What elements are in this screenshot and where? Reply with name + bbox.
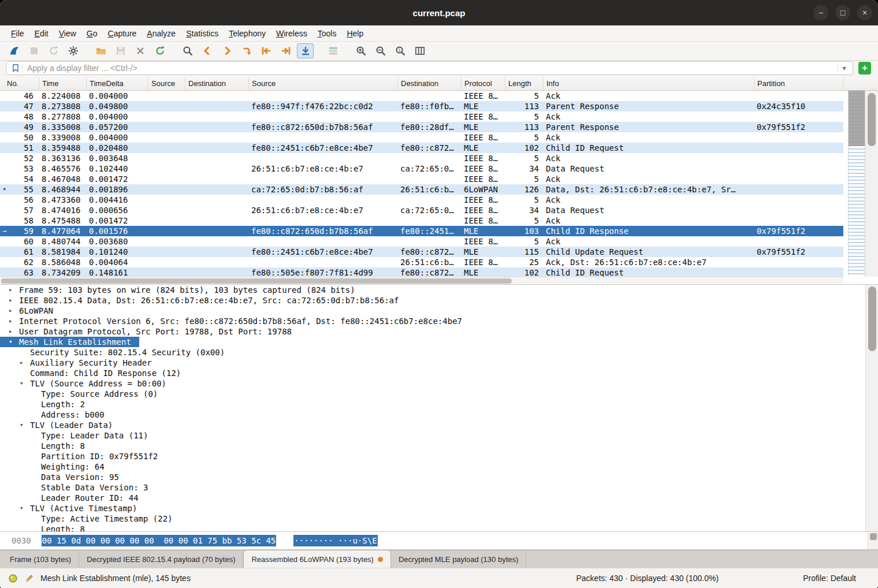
menu-item-telephony[interactable]: Telephony — [224, 27, 271, 40]
byte-tab-2[interactable]: Reassembled 6LoWPAN (193 bytes) — [243, 550, 390, 568]
column-header-partition[interactable]: Partition — [754, 77, 843, 90]
detail-line[interactable]: Partition ID: 0x79f551f2 — [0, 451, 878, 462]
packet-minimap[interactable] — [848, 91, 865, 277]
packet-row-52[interactable]: 528.3631360.003648IEEE 8…5Ack — [0, 153, 843, 163]
expand-icon[interactable]: ▸ — [20, 358, 30, 368]
packet-row-50[interactable]: 508.3390080.004000IEEE 8…5Ack — [0, 132, 843, 143]
expand-icon[interactable]: ▸ — [9, 285, 19, 295]
menu-item-help[interactable]: Help — [341, 27, 369, 40]
open-file-button[interactable] — [92, 43, 109, 58]
detail-line[interactable]: ▸Internet Protocol Version 6, Src: fe80:… — [0, 316, 878, 326]
go-last-button[interactable] — [277, 43, 294, 58]
hex-row[interactable]: 0030 00 15 0d 00 00 00 00 00 00 00 01 75… — [0, 532, 878, 549]
column-header-length[interactable]: Length — [505, 77, 544, 90]
capture-comment-icon[interactable] — [24, 572, 35, 584]
menu-item-file[interactable]: File — [6, 27, 29, 40]
detail-line[interactable]: ▸6LoWPAN — [0, 306, 878, 316]
close-icon[interactable]: × — [857, 5, 872, 20]
menu-item-view[interactable]: View — [54, 27, 81, 40]
capture-options-button[interactable] — [65, 43, 81, 58]
detail-line[interactable]: ▸Frame 59: 103 bytes on wire (824 bits),… — [0, 285, 878, 295]
menu-item-capture[interactable]: Capture — [103, 27, 142, 40]
packet-row-47[interactable]: 478.2738080.049800fe80::947f:f476:22bc:c… — [0, 101, 843, 111]
detail-line[interactable]: Weighting: 64 — [0, 462, 878, 472]
stop-capture-button[interactable] — [25, 43, 42, 58]
hex-bytes[interactable]: 00 15 0d 00 00 00 00 00 00 00 01 75 bb 5… — [42, 535, 277, 546]
detail-line[interactable]: ▸User Datagram Protocol, Src Port: 19788… — [0, 326, 878, 337]
hex-scrollbar[interactable] — [868, 532, 878, 549]
column-header-source[interactable]: Source — [249, 77, 398, 90]
zoom-out-button[interactable] — [372, 43, 389, 58]
detail-line[interactable]: Type: Leader Data (11) — [0, 430, 878, 441]
filter-dropdown-icon[interactable]: ▾ — [838, 64, 850, 72]
expand-icon[interactable]: ▸ — [9, 306, 19, 316]
column-header-timedelta[interactable]: TimeDelta — [87, 77, 148, 90]
detail-line[interactable]: Leader Router ID: 44 — [0, 493, 878, 503]
details-scrollbar-thumb[interactable] — [868, 286, 876, 351]
packet-row-54[interactable]: 548.4670480.001472IEEE 8…5Ack — [0, 174, 843, 184]
byte-tab-1[interactable]: Decrypted IEEE 802.15.4 payload (70 byte… — [79, 551, 243, 568]
detail-line[interactable]: Length: 8 — [0, 524, 878, 532]
detail-line[interactable]: Address: b000 — [0, 410, 878, 420]
hscrollbar-thumb[interactable] — [1, 278, 512, 284]
packet-list-hscrollbar[interactable] — [0, 277, 843, 284]
auto-scroll-button[interactable] — [297, 43, 314, 58]
detail-line[interactable]: ▸Auxiliary Security Header — [0, 358, 878, 368]
menu-item-analyze[interactable]: Analyze — [142, 27, 181, 40]
detail-line[interactable]: Command: Child ID Response (12) — [0, 368, 878, 378]
hex-scrollbar-thumb[interactable] — [870, 533, 877, 540]
collapse-icon[interactable]: ▾ — [9, 337, 19, 347]
packet-row-59[interactable]: 598.4770640.001576fe80::c872:650d:b7b8:5… — [0, 226, 843, 236]
detail-line[interactable]: Type: Active Timestamp (22) — [0, 513, 878, 524]
detail-line[interactable]: ▾TLV (Active Timestamp) — [0, 503, 878, 513]
zoom-100-button[interactable]: 1 — [392, 43, 408, 58]
byte-tab-3[interactable]: Decrypted MLE payload (130 bytes) — [391, 551, 526, 568]
go-back-button[interactable] — [199, 43, 215, 58]
column-header-source[interactable]: Source — [148, 77, 185, 90]
detail-line[interactable]: Security Suite: 802.15.4 Security (0x00) — [0, 347, 878, 358]
zoom-in-button[interactable] — [352, 43, 369, 58]
collapse-icon[interactable]: ▾ — [20, 503, 30, 513]
packet-row-55[interactable]: 558.4689440.001896ca:72:65:0d:b7:b8:56:a… — [0, 184, 843, 195]
packet-row-56[interactable]: 568.4733600.004416IEEE 8…5Ack — [0, 195, 843, 205]
packet-row-57[interactable]: 578.4740160.00065626:51:c6:b7:e8:ce:4b:e… — [0, 205, 843, 215]
packet-row-46[interactable]: 468.2240080.004000IEEE 8…5Ack — [0, 91, 843, 101]
collapse-icon[interactable]: ▾ — [20, 420, 30, 430]
menu-item-edit[interactable]: Edit — [29, 27, 54, 40]
packet-row-53[interactable]: 538.4655760.10244026:51:c6:b7:e8:ce:4b:e… — [0, 163, 843, 174]
column-header-destination[interactable]: Destination — [185, 77, 249, 90]
expert-info-icon[interactable] — [7, 572, 18, 584]
start-capture-button[interactable] — [6, 43, 23, 58]
save-file-button[interactable] — [112, 43, 129, 58]
find-packet-button[interactable] — [179, 43, 196, 58]
display-filter-input[interactable]: Apply a display filter ... <Ctrl-/> ▾ — [6, 61, 853, 75]
restart-capture-button[interactable] — [45, 43, 62, 58]
menu-item-statistics[interactable]: Statistics — [181, 27, 224, 40]
details-scrollbar[interactable] — [865, 285, 878, 532]
go-first-button[interactable] — [258, 43, 274, 58]
reload-file-button[interactable] — [151, 43, 168, 58]
detail-line[interactable]: Stable Data Version: 3 — [0, 482, 878, 493]
close-file-button[interactable] — [132, 43, 148, 58]
packet-row-60[interactable]: 608.4807440.003680IEEE 8…5Ack — [0, 236, 843, 247]
expand-icon[interactable]: ▸ — [9, 316, 19, 326]
packet-row-63[interactable]: 638.7342090.148161fe80::505e:f807:7f81:4… — [0, 267, 843, 277]
detail-line[interactable]: ▾TLV (Source Address = b0:00) — [0, 378, 878, 389]
minimize-icon[interactable]: − — [813, 5, 828, 20]
byte-tab-0[interactable]: Frame (103 bytes) — [2, 551, 79, 568]
packet-row-61[interactable]: 618.5819840.101240fe80::2451:c6b7:e8ce:4… — [0, 247, 843, 257]
packet-row-49[interactable]: 498.3350080.057200fe80::c872:650d:b7b8:5… — [0, 122, 843, 132]
filter-bookmark-icon[interactable] — [9, 64, 23, 73]
menu-item-tools[interactable]: Tools — [312, 27, 342, 40]
go-to-packet-button[interactable] — [238, 43, 255, 58]
add-filter-button[interactable]: + — [858, 62, 871, 75]
column-header-time[interactable]: Time — [39, 77, 87, 90]
packet-row-48[interactable]: 488.2778080.004000IEEE 8…5Ack — [0, 111, 843, 122]
packet-list-scrollbar[interactable] — [865, 91, 878, 277]
detail-line[interactable]: Type: Source Address (0) — [0, 389, 878, 399]
column-header-info[interactable]: Info — [544, 77, 754, 90]
collapse-icon[interactable]: ▾ — [20, 378, 30, 389]
detail-line[interactable]: ▾Mesh Link Establishment — [0, 337, 139, 347]
detail-line[interactable]: Length: 2 — [0, 399, 878, 410]
go-forward-button[interactable] — [218, 43, 235, 58]
